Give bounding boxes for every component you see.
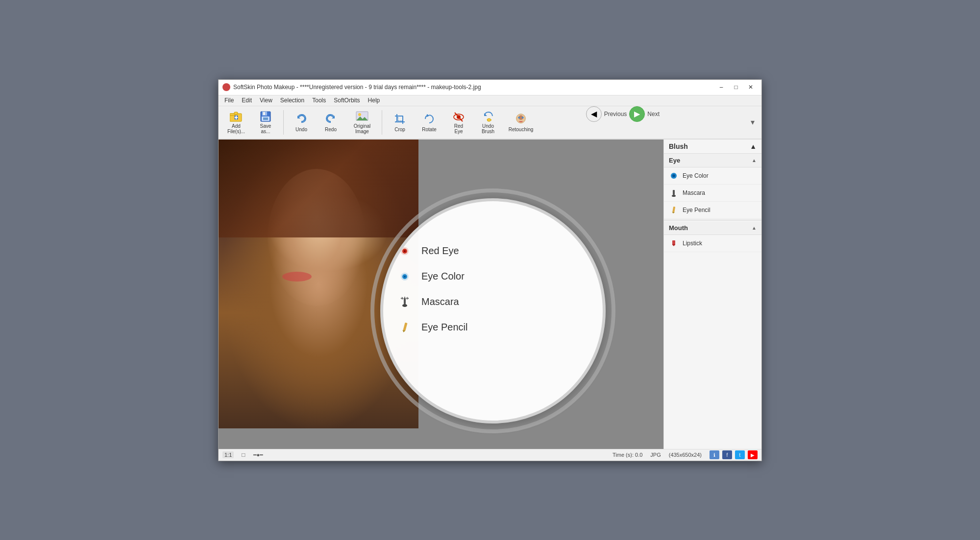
original-image-button[interactable]: OriginalImage [346,108,378,137]
menu-softorbits[interactable]: SoftOrbits [330,96,364,105]
folder-icon [229,111,243,122]
undobrush-icon [481,111,495,122]
panel-eye-pencil-item[interactable]: Eye Pencil [664,202,761,219]
redo-label: Redo [325,127,337,132]
panel-mascara-icon [669,188,679,198]
zoom-scroll-down[interactable]: ▼ [576,399,588,411]
zoom-eye-pencil-label: Eye Pencil [421,322,468,333]
svg-point-38 [402,304,407,307]
next-label: Next [646,111,661,117]
zoom-eye-pencil-item[interactable]: Eye Pencil [393,315,593,340]
redeye-icon [452,111,466,122]
zoom-mascara-icon [398,295,412,309]
right-panel: Blush ▲ Eye ▲ Eye Color [663,140,761,449]
crop-icon [393,112,407,126]
panel-lipstick-item[interactable]: Lipstick [664,235,761,252]
zoom-slider[interactable]: ━●━ [253,452,264,458]
svg-rect-48 [673,190,675,195]
save-as-button[interactable]: Saveas... [252,108,279,137]
retouching-button[interactable]: Retouching [504,108,538,137]
zoom-eye-color-item[interactable]: Eye Color [393,264,593,289]
next-button[interactable]: ▶ [629,106,645,122]
twitter-icon-button[interactable]: t [735,450,745,459]
zoom-eye-color-label: Eye Color [421,271,465,282]
blush-section-header[interactable]: Blush ▲ [664,140,761,154]
svg-marker-51 [672,211,675,213]
menu-help[interactable]: Help [364,96,384,105]
time-label: Time (s): 0.0 [612,452,642,458]
lips-overlay [282,272,312,282]
original-icon [355,111,369,122]
window-title: SoftSkin Photo Makeup - ****Unregistered… [233,84,714,91]
previous-button[interactable]: ◀ [586,106,602,122]
red-eye-button[interactable]: RedEye [445,108,472,137]
svg-point-33 [404,250,406,252]
panel-lipstick-label: Lipstick [683,240,702,247]
zoom-close-button[interactable]: ✕ [588,205,599,216]
svg-rect-8 [263,112,265,115]
image-area[interactable]: ▲ ✕ Eyes Red Eye [219,140,663,449]
eyes-section-header[interactable]: Eye ▲ [664,154,761,167]
info-icon-button[interactable]: ℹ [710,450,719,459]
add-files-button[interactable]: AddFile(s)... [222,108,250,137]
panel-mascara-item[interactable]: Mascara [664,185,761,202]
panel-eye-color-label: Eye Color [683,172,709,179]
menu-bar: File Edit View Selection Tools SoftOrbit… [219,95,761,106]
svg-point-14 [358,113,361,116]
retouching-label: Retouching [509,127,534,132]
zoom-red-eye-item[interactable]: Red Eye [393,238,593,264]
toolbar: AddFile(s)... Saveas... [219,106,761,140]
undo-brush-label: UndoBrush [482,123,494,134]
main-window: SoftSkin Photo Makeup - ****Unregistered… [218,79,762,461]
mouth-section-label: Mouth [669,224,688,232]
main-content: ▲ ✕ Eyes Red Eye [219,140,761,449]
menu-view[interactable]: View [256,96,276,105]
menu-selection[interactable]: Selection [276,96,308,105]
original-image-label: OriginalImage [354,123,370,134]
panel-lipstick-icon [669,238,679,248]
undo-brush-button[interactable]: UndoBrush [474,108,502,137]
zoom-mascara-item[interactable]: Mascara [393,289,593,315]
rotate-button[interactable]: Rotate [416,108,443,137]
svg-rect-50 [672,206,675,212]
toolbar-expand-icon[interactable]: ▾ [748,117,758,128]
retouch-icon [514,112,528,126]
menu-edit[interactable]: Edit [238,96,256,105]
redo-button[interactable]: Redo [317,108,344,137]
zoom-redeye-icon [398,244,412,258]
menu-file[interactable]: File [220,96,238,105]
svg-point-36 [404,276,406,278]
blush-label: Blush [669,142,688,150]
facebook-icon-button[interactable]: f [722,450,732,459]
separator-1 [283,110,284,135]
svg-rect-18 [398,116,403,121]
zoom-mascara-label: Mascara [421,296,459,307]
crop-label: Crop [394,127,405,132]
minimize-button[interactable]: – [714,82,728,92]
svg-point-30 [522,117,524,118]
svg-point-47 [672,174,675,177]
close-button[interactable]: ✕ [744,82,758,92]
title-bar: SoftSkin Photo Makeup - ****Unregistered… [219,80,761,95]
status-icons: ℹ f t ▶ [710,450,758,459]
panel-mascara-label: Mascara [683,189,705,196]
panel-eyepencil-icon [669,205,679,215]
redo-icon [324,112,338,126]
section-divider [664,220,761,220]
dimensions-label: (435x650x24) [669,452,702,458]
crop-button[interactable]: Crop [386,108,414,137]
maximize-button[interactable]: □ [729,82,743,92]
status-bar: 1:1 □ ━●━ Time (s): 0.0 JPG (435x650x24)… [219,449,761,461]
eyes-section-arrow: ▲ [752,158,757,163]
save-as-label: Saveas... [260,123,271,134]
rotate-label: Rotate [422,127,436,132]
blush-arrow: ▲ [750,142,757,150]
undo-icon [294,112,308,126]
zoom-scroll-up[interactable]: ▲ [576,211,588,223]
mouth-section-header[interactable]: Mouth ▲ [664,221,761,235]
undo-button[interactable]: Undo [288,108,315,137]
panel-eye-color-item[interactable]: Eye Color [664,167,761,185]
menu-tools[interactable]: Tools [308,96,330,105]
youtube-icon-button[interactable]: ▶ [748,450,758,459]
fit-icon[interactable]: □ [242,451,245,458]
